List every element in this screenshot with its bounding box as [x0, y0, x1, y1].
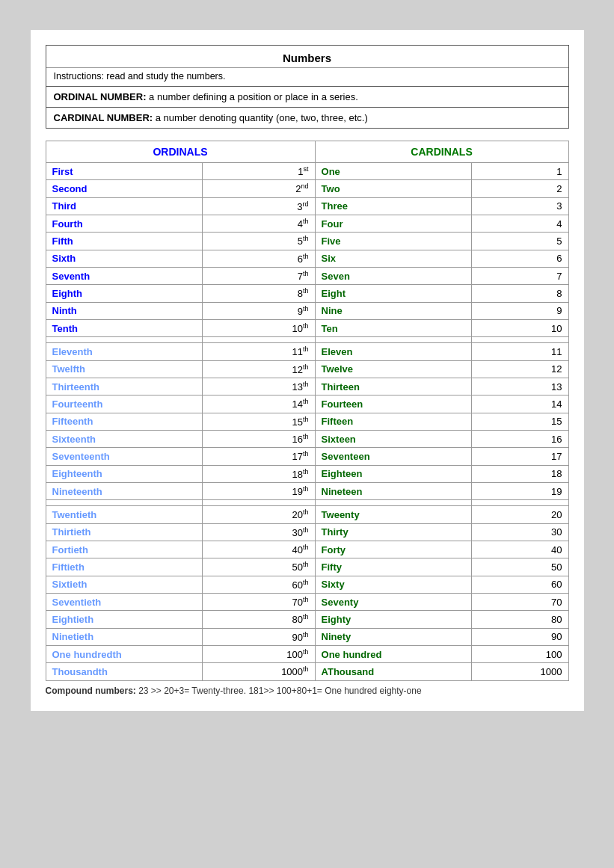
cardinal-number: 5 [472, 233, 568, 250]
ordinal-number: 50th [203, 558, 315, 576]
cardinal-word: Seventy [322, 597, 359, 608]
cardinal-word: Seventeen [322, 451, 370, 462]
cardinal-word: Four [322, 218, 343, 230]
cardinal-number: 11 [472, 343, 568, 360]
table-row: Third3rdThree3 [46, 197, 568, 215]
cardinal-word: Fourteen [322, 398, 363, 410]
table-row: Seventh7thSeven7 [46, 267, 568, 284]
ordinal-word: Thirteenth [52, 381, 100, 393]
ordinal-word: Seventh [52, 271, 90, 282]
cardinal-word: Three [322, 200, 348, 212]
cardinal-word: Fifty [322, 561, 342, 573]
table-row: Eleventh11thEleven11 [46, 343, 568, 360]
cardinal-number: 14 [472, 395, 568, 413]
table-row: Thousandth1000thAThousand1000 [46, 663, 568, 680]
instructions: Instructions: read and study the numbers… [46, 68, 568, 86]
table-header-row: ORDINALS CARDINALS [46, 141, 568, 163]
ordinal-word: One hundredth [52, 649, 122, 660]
cardinal-word: One [322, 166, 340, 177]
ordinal-number: 18th [203, 465, 315, 482]
ordinal-number: 3rd [203, 197, 315, 215]
cardinal-word: Tweenty [322, 509, 360, 520]
footer-note: Compound numbers: 23 >> 20+3= Twenty-thr… [46, 686, 569, 696]
cardinal-number: 90 [472, 628, 568, 645]
ordinal-word: Fourteenth [52, 398, 103, 410]
cardinal-number: 70 [472, 593, 568, 610]
ordinal-word: Seventeenth [52, 451, 110, 462]
ordinal-number: 80th [203, 611, 315, 628]
ordinal-number: 90th [203, 628, 315, 645]
cardinal-word: Thirteen [322, 381, 360, 393]
ordinal-word: Fourth [52, 218, 83, 230]
cardinal-word: One hundred [322, 649, 382, 660]
table-row: Sixtieth60thSixty60 [46, 576, 568, 593]
table-row: Ninth9thNine9 [46, 302, 568, 319]
ordinal-word: Ninth [52, 305, 77, 316]
ordinal-number: 60th [203, 576, 315, 593]
ordinal-number: 14th [203, 395, 315, 413]
table-row: Eighth8thEight8 [46, 285, 568, 302]
cardinal-number: 4 [472, 215, 568, 232]
ordinal-number: 15th [203, 413, 315, 430]
cardinal-word: Nine [322, 305, 343, 316]
table-row: Sixteenth16thSixteen16 [46, 430, 568, 447]
gap-row [46, 500, 568, 506]
cardinal-word: Fifteen [322, 416, 354, 427]
table-row: Sixth6thSix6 [46, 250, 568, 267]
ordinal-word: Ninetieth [52, 631, 94, 642]
ordinal-number: 4th [203, 215, 315, 232]
table-row: Seventeenth17thSeventeen17 [46, 448, 568, 465]
ordinal-number: 8th [203, 285, 315, 302]
cardinal-word: AThousand [322, 666, 375, 677]
ordinal-number: 19th [203, 482, 315, 499]
ordinal-word: Thirtieth [52, 526, 91, 538]
cardinal-number: 17 [472, 448, 568, 465]
table-row: Fourth4thFour4 [46, 215, 568, 232]
ordinal-number: 7th [203, 267, 315, 284]
ordinal-number: 100th [203, 645, 315, 662]
ordinal-word: Eighteenth [52, 468, 102, 479]
cardinal-number: 16 [472, 430, 568, 447]
footer-text: 23 >> 20+3= Twenty-three. 181>> 100+80+1… [136, 686, 422, 696]
gap-row [46, 337, 568, 343]
cardinal-word: Eighteen [322, 468, 363, 479]
table-row: One hundredth100thOne hundred100 [46, 645, 568, 662]
ordinal-word: Seventieth [52, 597, 102, 608]
cardinal-word: Sixty [322, 579, 345, 590]
ordinal-def-text: ORDINAL NUMBER: a number defining a posi… [54, 91, 358, 102]
ordinal-number: 5th [203, 233, 315, 250]
table-row: Eighteenth18thEighteen18 [46, 465, 568, 482]
ordinal-number: 11th [203, 343, 315, 360]
ordinal-number: 1st [203, 163, 315, 180]
ordinal-number: 30th [203, 523, 315, 541]
ordinal-word: First [52, 166, 73, 177]
ordinal-number: 17th [203, 448, 315, 465]
ordinal-word: Twelfth [52, 363, 86, 375]
ordinal-number: 9th [203, 302, 315, 319]
cardinal-number: 8 [472, 285, 568, 302]
ordinal-number: 70th [203, 593, 315, 610]
cardinal-number: 1000 [472, 663, 568, 680]
ordinal-number: 40th [203, 541, 315, 558]
ordinal-number: 1000th [203, 663, 315, 680]
ordinal-word: Sixtieth [52, 579, 88, 590]
ordinal-word: Thousandth [52, 666, 108, 677]
ordinal-number: 20th [203, 506, 315, 523]
cardinal-word: Ten [322, 323, 338, 334]
cardinal-word: Thirty [322, 526, 349, 538]
ordinal-definition: ORDINAL NUMBER: a number defining a posi… [46, 87, 569, 108]
cardinal-word: Eight [322, 288, 346, 299]
table-row: Fortieth40thForty40 [46, 541, 568, 558]
table-row: Second2ndTwo2 [46, 180, 568, 197]
ordinal-number: 13th [203, 378, 315, 395]
cardinal-word: Twelve [322, 363, 353, 375]
cardinal-word: Eleven [322, 346, 353, 357]
cardinal-number: 18 [472, 465, 568, 482]
ordinal-word: Eleventh [52, 346, 93, 357]
table-row: Twelfth12thTwelve12 [46, 360, 568, 378]
ordinal-def-label: ORDINAL NUMBER: [54, 91, 147, 102]
cardinal-number: 3 [472, 197, 568, 215]
cardinal-number: 2 [472, 180, 568, 197]
ordinal-number: 16th [203, 430, 315, 447]
ordinal-word: Fiftieth [52, 561, 85, 573]
